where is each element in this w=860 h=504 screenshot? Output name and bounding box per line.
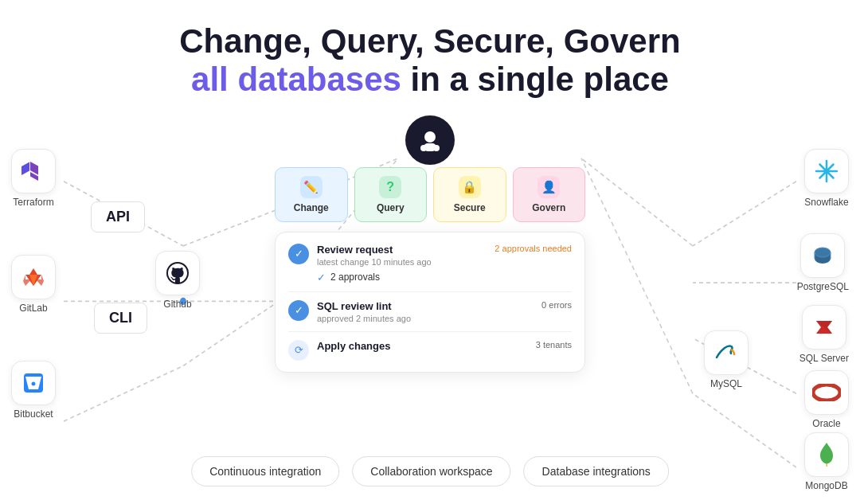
- oracle-label: Oracle: [812, 418, 840, 429]
- center-panel: ✏️ Change ? Query 🔒 Secure 👤 Govern: [275, 167, 585, 373]
- snowflake-icon: [814, 158, 839, 184]
- sqlserver-integration: SQL Server: [799, 305, 849, 364]
- postgresql-icon: [810, 243, 835, 268]
- center-logo: [405, 115, 455, 165]
- tab-query[interactable]: ? Query: [354, 167, 428, 222]
- bottom-pills: Continuous integration Collaboration wor…: [191, 456, 669, 486]
- workflow-panel: ✓ Review request latest change 10 minute…: [275, 232, 585, 373]
- sqlserver-icon-box: [802, 305, 846, 350]
- apply-status-icon: ⟳: [288, 340, 309, 361]
- approvals-text: 2 approvals: [330, 272, 380, 283]
- bitbucket-label: Bitbucket: [14, 408, 53, 420]
- svg-rect-22: [24, 373, 43, 393]
- sqlserver-icon: [811, 315, 837, 340]
- mysql-icon-box: [704, 330, 749, 375]
- workflow-item-lint: ✓ SQL review lint approved 2 minutes ago…: [288, 292, 572, 332]
- review-info: Review request latest change 10 minutes …: [317, 244, 432, 267]
- lint-status-icon: ✓: [288, 300, 309, 321]
- review-status-icon: ✓: [288, 244, 309, 264]
- secure-icon: 🔒: [459, 176, 481, 198]
- apply-title: Apply changes: [317, 340, 390, 352]
- workflow-item-review: ✓ Review request latest change 10 minute…: [288, 244, 572, 292]
- mongodb-icon: [819, 441, 835, 468]
- govern-icon: 👤: [538, 176, 560, 198]
- review-title: Review request: [317, 244, 432, 256]
- approvals-check-icon: ✓: [317, 272, 326, 283]
- review-subtitle: latest change 10 minutes ago: [317, 257, 432, 267]
- pill-ci[interactable]: Continuous integration: [191, 456, 339, 486]
- workflow-row-lint: ✓ SQL review lint approved 2 minutes ago…: [288, 300, 572, 323]
- gitlab-icon-box: [11, 255, 56, 299]
- page-container: Change, Query, Secure, Govern all databa…: [0, 0, 860, 504]
- svg-line-2: [64, 365, 183, 421]
- mysql-icon: [713, 340, 739, 365]
- action-tabs: ✏️ Change ? Query 🔒 Secure 👤 Govern: [275, 167, 585, 222]
- mongodb-icon-box: [804, 432, 849, 477]
- mongodb-label: MongoDB: [805, 480, 847, 491]
- svg-line-11: [693, 393, 796, 467]
- workflow-left-apply: ⟳ Apply changes: [288, 340, 390, 361]
- query-label: Query: [377, 202, 405, 213]
- github-icon: [165, 260, 190, 286]
- postgresql-icon-box: [800, 233, 845, 278]
- svg-line-3: [183, 209, 279, 245]
- gitlab-icon: [21, 264, 46, 290]
- tab-change[interactable]: ✏️ Change: [275, 167, 348, 222]
- github-label: Github: [163, 299, 191, 310]
- main-area: ✏️ Change ? Query 🔒 Secure 👤 Govern: [0, 107, 860, 504]
- oracle-icon-box: [804, 370, 849, 415]
- review-badge: 2 approvals needed: [494, 244, 572, 253]
- svg-rect-17: [420, 145, 427, 151]
- workflow-row-apply: ⟳ Apply changes 3 tenants: [288, 340, 572, 361]
- approvals-row: ✓ 2 approvals: [288, 267, 572, 283]
- headline-suffix: in a single place: [401, 61, 669, 98]
- lint-title: SQL review lint: [317, 300, 411, 312]
- github-integration: Github: [155, 251, 200, 310]
- workflow-row-review: ✓ Review request latest change 10 minute…: [288, 244, 572, 267]
- workflow-left-lint: ✓ SQL review lint approved 2 minutes ago: [288, 300, 411, 323]
- gitlab-label: GitLab: [19, 303, 47, 314]
- tab-govern[interactable]: 👤 Govern: [513, 167, 586, 222]
- mysql-label: MySQL: [710, 378, 742, 389]
- terraform-integration: Terraform: [11, 149, 56, 208]
- lint-subtitle: approved 2 minutes ago: [317, 314, 411, 323]
- terraform-icon: [21, 158, 46, 184]
- mysql-integration: MySQL: [704, 330, 749, 389]
- lint-info: SQL review lint approved 2 minutes ago: [317, 300, 411, 323]
- gitlab-integration: GitLab: [11, 255, 56, 314]
- govern-label: Govern: [532, 202, 565, 213]
- svg-point-32: [813, 385, 840, 400]
- svg-point-29: [815, 248, 831, 257]
- change-icon: ✏️: [300, 176, 322, 198]
- svg-line-13: [581, 158, 693, 393]
- headline: Change, Query, Secure, Govern all databa…: [179, 22, 680, 100]
- terraform-icon-box: [11, 149, 56, 193]
- svg-point-15: [424, 131, 436, 143]
- svg-marker-20: [22, 162, 29, 175]
- svg-line-5: [183, 301, 279, 365]
- mongodb-integration: MongoDB: [804, 432, 849, 491]
- pill-collab[interactable]: Collaboration workspace: [352, 456, 510, 486]
- postgresql-label: PostgreSQL: [797, 281, 849, 292]
- snowflake-integration: Snowflake: [804, 149, 849, 208]
- logo-icon: [416, 126, 444, 154]
- postgresql-integration: PostgreSQL: [797, 233, 849, 292]
- pill-db[interactable]: Database integrations: [524, 456, 669, 486]
- bitbucket-icon-box: [11, 361, 56, 405]
- oracle-integration: Oracle: [804, 370, 849, 429]
- header: Change, Query, Secure, Govern all databa…: [179, 0, 680, 100]
- cli-label: CLI: [94, 303, 147, 334]
- svg-point-24: [824, 169, 829, 174]
- snowflake-label: Snowflake: [804, 197, 848, 208]
- snowflake-icon-box: [804, 149, 849, 193]
- workflow-item-apply: ⟳ Apply changes 3 tenants: [288, 332, 572, 361]
- github-icon-box: [155, 251, 200, 295]
- apply-badge: 3 tenants: [536, 340, 572, 350]
- sqlserver-label: SQL Server: [799, 353, 849, 364]
- bitbucket-icon: [21, 370, 46, 396]
- svg-line-8: [693, 181, 796, 245]
- bitbucket-integration: Bitbucket: [11, 361, 56, 420]
- workflow-left-review: ✓ Review request latest change 10 minute…: [288, 244, 432, 267]
- tab-secure[interactable]: 🔒 Secure: [433, 167, 506, 222]
- apply-info: Apply changes: [317, 340, 390, 352]
